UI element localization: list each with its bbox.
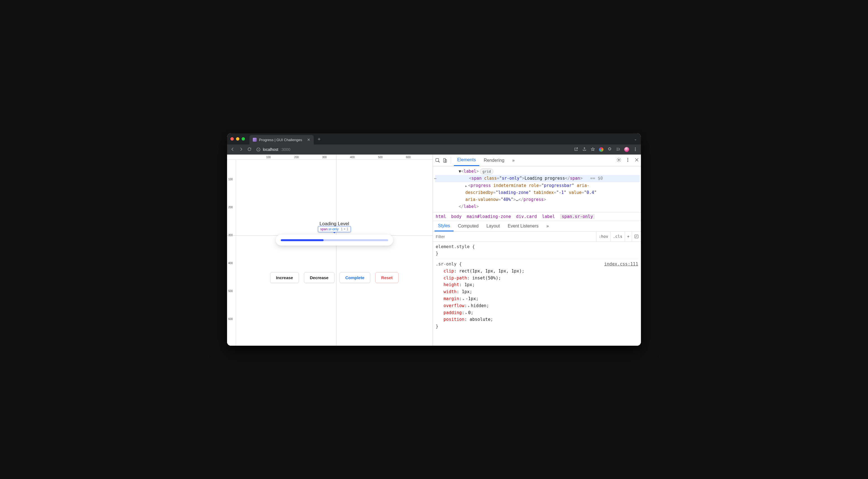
favicon-icon <box>253 138 257 142</box>
menu-icon[interactable] <box>633 147 638 152</box>
ruler-horizontal: 100 200 300 400 500 600 <box>227 155 433 160</box>
selected-dom-node[interactable]: <span class="sr-only">Loading progress</… <box>435 175 640 182</box>
reset-button[interactable]: Reset <box>375 272 399 283</box>
crumb[interactable]: div.card <box>516 214 537 219</box>
close-window-icon[interactable] <box>230 137 234 140</box>
crumb-selected[interactable]: span.sr-only <box>560 214 595 219</box>
styles-filter-input[interactable] <box>433 234 596 239</box>
ruler-vertical: 100 200 300 400 500 600 <box>227 160 236 346</box>
tabs-overflow-icon[interactable]: » <box>509 155 518 166</box>
toolbar: localhost:3000 <box>227 145 641 155</box>
tab-computed[interactable]: Computed <box>455 221 482 231</box>
layout-badge[interactable]: grid <box>480 168 493 174</box>
svg-rect-6 <box>445 160 446 162</box>
css-declaration[interactable]: clip: rect(1px, 1px, 1px, 1px); <box>436 268 638 275</box>
styles-pane[interactable]: element.style { } index.css:111 .sr-only… <box>433 242 641 346</box>
kebab-menu-icon[interactable] <box>625 157 630 163</box>
increase-button[interactable]: Increase <box>270 272 299 283</box>
maximize-window-icon[interactable] <box>242 137 245 140</box>
ruler-tick: 100 <box>266 156 271 159</box>
dom-breadcrumb[interactable]: html body main#loading-zone div.card lab… <box>433 212 641 221</box>
styles-tabs: Styles Computed Layout Event Listeners » <box>433 221 641 232</box>
tabs-overflow-icon[interactable]: ⌄ <box>634 137 637 141</box>
svg-point-7 <box>618 159 620 161</box>
css-declaration[interactable]: position: absolute; <box>436 316 638 323</box>
complete-button[interactable]: Complete <box>339 272 370 283</box>
close-devtools-icon[interactable] <box>634 157 639 163</box>
css-declaration[interactable]: clip-path: inset(50%); <box>436 275 638 282</box>
ruler-tick: 500 <box>228 290 233 293</box>
minimize-window-icon[interactable] <box>236 137 239 140</box>
window-controls <box>230 137 245 140</box>
decrease-button[interactable]: Decrease <box>304 272 335 283</box>
crumb[interactable]: main#loading-zone <box>467 214 511 219</box>
tab-layout[interactable]: Layout <box>483 221 503 231</box>
open-external-icon[interactable] <box>574 147 578 152</box>
svg-point-2 <box>635 149 636 150</box>
separator <box>451 157 451 164</box>
styles-overflow-icon[interactable]: » <box>543 221 552 231</box>
progress-track <box>281 239 388 241</box>
browser-tab[interactable]: Progress | GUI Challenges ✕ <box>249 135 314 145</box>
styles-menu-icon[interactable] <box>632 232 641 242</box>
ruler-tick: 400 <box>228 262 233 265</box>
svg-point-9 <box>627 160 628 160</box>
profile-avatar-icon[interactable] <box>624 147 629 152</box>
extensions-icon[interactable] <box>608 147 612 152</box>
ruler-tick: 300 <box>228 234 233 237</box>
crumb[interactable]: body <box>451 214 461 219</box>
tooltip-tag: span <box>320 227 328 231</box>
browser-window: Progress | GUI Challenges ✕ ＋ ⌄ localhos… <box>227 133 641 346</box>
dom-tree[interactable]: ▼<label>grid <span class="sr-only">Loadi… <box>433 166 641 212</box>
tooltip-class: .sr-only <box>328 227 338 231</box>
css-declaration[interactable]: padding:0; <box>436 309 638 316</box>
tab-strip: Progress | GUI Challenges ✕ ＋ ⌄ <box>227 133 641 145</box>
bookmark-icon[interactable] <box>591 147 595 152</box>
css-declaration[interactable]: width: 1px; <box>436 288 638 295</box>
inspector-tooltip: span.sr-only1 × 1 <box>318 226 351 232</box>
tab-event-listeners[interactable]: Event Listeners <box>504 221 542 231</box>
ruler-tick: 500 <box>378 156 383 159</box>
devtools-tabs: Elements Rendering » <box>433 155 641 166</box>
forward-icon[interactable] <box>239 147 243 152</box>
crumb[interactable]: html <box>436 214 446 219</box>
extension-icon[interactable] <box>599 147 603 152</box>
tab-styles[interactable]: Styles <box>435 221 454 231</box>
nav-buttons <box>230 147 252 152</box>
demo-controls: Increase Decrease Complete Reset <box>270 272 399 283</box>
new-rule-button[interactable]: + <box>625 232 632 242</box>
back-icon[interactable] <box>230 147 235 152</box>
rule-source-link[interactable]: index.css:111 <box>604 261 638 268</box>
inspect-element-icon[interactable] <box>435 157 441 163</box>
css-declaration[interactable]: overflow:hidden; <box>436 302 638 309</box>
device-toggle-icon[interactable] <box>442 157 448 163</box>
rendered-page: 100 200 300 400 500 600 100 200 300 400 … <box>227 155 433 346</box>
new-tab-button[interactable]: ＋ <box>314 135 324 142</box>
tab-elements[interactable]: Elements <box>454 155 479 166</box>
ruler-tick: 200 <box>228 206 233 209</box>
progress-fill <box>281 239 324 241</box>
url-host: localhost <box>263 147 278 152</box>
css-declaration[interactable]: height: 1px; <box>436 281 638 288</box>
toolbar-right <box>574 147 638 152</box>
ruler-tick: 100 <box>228 178 233 181</box>
ruler-tick: 400 <box>350 156 355 159</box>
settings-icon[interactable] <box>616 157 621 163</box>
reload-icon[interactable] <box>247 147 252 152</box>
content-area: 100 200 300 400 500 600 100 200 300 400 … <box>227 155 641 346</box>
svg-rect-5 <box>443 158 446 162</box>
share-icon[interactable] <box>582 147 587 152</box>
progress-card: span.sr-only1 × 1 <box>276 234 393 246</box>
media-icon[interactable] <box>616 147 620 152</box>
class-toggle[interactable]: .cls <box>611 232 625 242</box>
close-tab-icon[interactable]: ✕ <box>307 137 310 142</box>
ruler-tick: 200 <box>294 156 299 159</box>
css-declaration[interactable]: margin:-1px; <box>436 295 638 302</box>
devtools-panel: Elements Rendering » ▼<label>grid <span … <box>433 155 641 346</box>
crumb[interactable]: label <box>542 214 555 219</box>
address-bar[interactable]: localhost:3000 <box>254 147 292 152</box>
svg-point-3 <box>635 150 636 151</box>
tab-rendering[interactable]: Rendering <box>480 155 508 166</box>
hover-toggle[interactable]: :hov <box>596 232 611 242</box>
ruler-tick: 600 <box>228 317 233 321</box>
